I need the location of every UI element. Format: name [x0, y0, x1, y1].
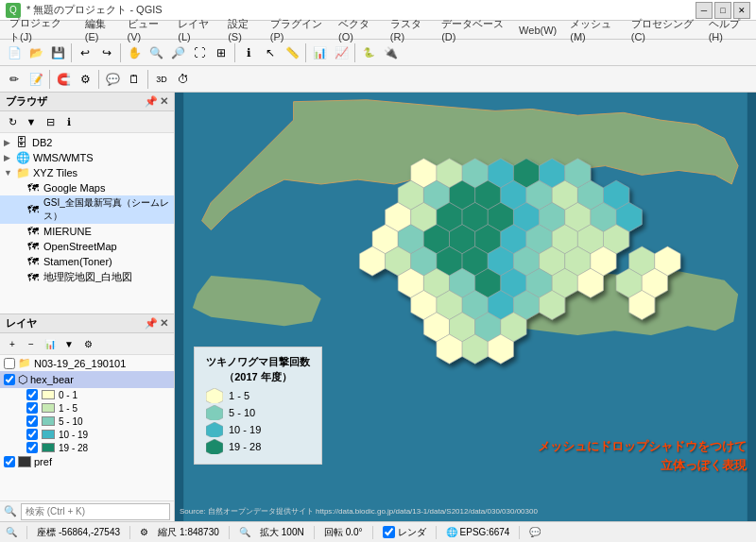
new-project-button[interactable]: 📄	[4, 42, 25, 63]
menu-processing[interactable]: プロセシング(C)	[626, 15, 701, 44]
browser-refresh-button[interactable]: ↻	[4, 113, 21, 130]
temporal-button[interactable]: ⏱	[173, 69, 194, 90]
legend-1-5-checkbox[interactable]	[26, 402, 38, 414]
legend-title: ツキノワグマ目撃回数 （2017 年度）	[206, 355, 310, 384]
digitize-button[interactable]: ✏	[4, 69, 25, 90]
open-attr-button[interactable]: 📊	[42, 335, 59, 352]
open-project-button[interactable]: 📂	[26, 42, 46, 63]
layer-item-pref[interactable]: pref	[0, 454, 174, 469]
toolbar-sep-5	[354, 43, 355, 62]
map-area[interactable]: ツキノワグマ目撃回数 （2017 年度） 1 - 5 5 - 10 10 - 1…	[175, 93, 756, 521]
status-crs[interactable]: 🌐 EPSG:6674	[446, 527, 510, 537]
layer-pref-checkbox[interactable]	[4, 456, 15, 467]
3d-button[interactable]: 3D	[151, 69, 172, 90]
plugins-button[interactable]: 🔌	[380, 42, 401, 63]
select-button[interactable]: ↖	[260, 42, 281, 63]
osm-icon: 🗺	[27, 240, 41, 253]
menu-help[interactable]: ヘルプ(H)	[703, 15, 752, 44]
render-checkbox[interactable]	[383, 526, 395, 538]
layer-n03-label: N03-19_26_190101	[34, 358, 126, 369]
status-render[interactable]: レンダ	[383, 526, 426, 539]
filter-layer-button[interactable]: ▼	[60, 335, 77, 352]
browser-panel-header: ブラウザ 📌 ✕	[0, 93, 174, 111]
layer-hex-bear-checkbox[interactable]	[4, 374, 15, 385]
open-attribute-button[interactable]: 📊	[309, 42, 330, 63]
menu-vector[interactable]: ベクタ(O)	[333, 15, 383, 44]
layer-item-hex-bear[interactable]: ⬡ hex_bear	[0, 371, 174, 388]
legend-label-1-5: 1 - 5	[59, 403, 77, 414]
browser-item-stamen[interactable]: 🗺 Stamen(Toner)	[0, 254, 174, 269]
toolbar2-sep-3	[147, 70, 148, 89]
menu-settings[interactable]: 設定(S)	[222, 15, 263, 44]
menu-raster[interactable]: ラスタ(R)	[385, 15, 434, 44]
browser-item-gsi[interactable]: 🗺 GSI_全国最新写真（シームレス）	[0, 195, 174, 224]
statistics-button[interactable]: 📈	[331, 42, 352, 63]
measure-button[interactable]: 📏	[282, 42, 302, 63]
status-rotation: 回転 0.0°	[324, 526, 363, 539]
browser-item-osm[interactable]: 🗺 OpenStreetMap	[0, 239, 174, 254]
browser-item-wms[interactable]: ▶ 🌐 WMS/WMTS	[0, 150, 174, 165]
menu-plugins[interactable]: プラグイン(P)	[265, 15, 331, 44]
coords-value: -56864,-27543	[59, 527, 120, 537]
save-project-button[interactable]: 💾	[47, 42, 68, 63]
menu-project[interactable]: プロジェクト(J)	[4, 14, 77, 46]
layout-button[interactable]: 🗒	[124, 69, 145, 90]
status-zoom: 拡大 100N	[260, 526, 304, 539]
menu-layer[interactable]: レイヤ(L)	[172, 15, 220, 44]
identify-button[interactable]: ℹ	[238, 42, 259, 63]
edit-button[interactable]: 📝	[26, 69, 46, 90]
layer-n03-checkbox[interactable]	[4, 358, 15, 369]
legend-10-19-checkbox[interactable]	[26, 429, 38, 440]
legend-hex-19-28	[206, 439, 223, 454]
zoom-layer-button[interactable]: ⊞	[211, 42, 232, 63]
pan-button[interactable]: ✋	[124, 42, 145, 63]
layer-pin-icon[interactable]: 📌	[145, 317, 158, 330]
svg-marker-74	[206, 405, 223, 420]
browser-item-chirigiin[interactable]: 🗺 地理院地図_白地図	[0, 269, 174, 285]
zoom-in-button[interactable]: 🔍	[146, 42, 166, 63]
legend-swatch-0-1	[42, 390, 55, 399]
legend-19-28-checkbox[interactable]	[26, 442, 38, 453]
remove-layer-button[interactable]: −	[23, 335, 40, 352]
browser-properties-button[interactable]: ℹ	[60, 113, 77, 130]
browser-filter-button[interactable]: ▼	[23, 113, 40, 130]
layer-close-icon[interactable]: ✕	[160, 317, 168, 330]
undo-button[interactable]: ↩	[75, 42, 95, 63]
legend-entry-5-10: 5 - 10	[206, 405, 310, 420]
annotation-line2: 立体っぽく表現	[538, 456, 747, 475]
browser-item-mierune[interactable]: 🗺 MIERUNE	[0, 224, 174, 239]
advanced-dig-button[interactable]: ⚙	[75, 69, 95, 90]
stamen-icon: 🗺	[27, 255, 41, 268]
add-layer-button[interactable]: +	[4, 335, 21, 352]
legend-0-1-checkbox[interactable]	[26, 389, 38, 400]
snap-button[interactable]: 🧲	[53, 69, 74, 90]
status-search[interactable]: 🔍	[6, 527, 17, 537]
python-button[interactable]: 🐍	[358, 42, 379, 63]
layer-options-button[interactable]: ⚙	[79, 335, 96, 352]
browser-item-xyz[interactable]: ▼ 📁 XYZ Tiles	[0, 165, 174, 180]
browser-tree: ▶ 🗄 DB2 ▶ 🌐 WMS/WMTS ▼ 📁 XYZ Tiles 🗺	[0, 133, 174, 313]
zoom-full-button[interactable]: ⛶	[189, 42, 210, 63]
browser-collapse-button[interactable]: ⊟	[42, 113, 59, 130]
redo-button[interactable]: ↪	[96, 42, 117, 63]
legend-5-10-checkbox[interactable]	[26, 415, 38, 427]
menu-database[interactable]: データベース(D)	[436, 15, 511, 44]
legend-row-5-10: 5 - 10	[0, 415, 174, 428]
menu-mesh[interactable]: メッシュ(M)	[564, 15, 624, 44]
browser-item-google[interactable]: 🗺 Google Maps	[0, 180, 174, 195]
rotation-value: 0.0°	[346, 527, 363, 537]
layer-item-n03[interactable]: 📁 N03-19_26_190101	[0, 355, 174, 371]
menu-web[interactable]: Web(W)	[513, 23, 562, 38]
search-input[interactable]	[21, 503, 170, 520]
legend-hex-1-5	[206, 388, 223, 403]
layer-panel-icons[interactable]: 📌 ✕	[145, 317, 168, 330]
zoom-value: 100N	[282, 527, 304, 537]
browser-panel-icons[interactable]: 📌 ✕	[145, 95, 168, 108]
browser-close-icon[interactable]: ✕	[160, 95, 168, 108]
annotation-button[interactable]: 💬	[102, 69, 123, 90]
menu-edit[interactable]: 編集(E)	[79, 15, 120, 44]
browser-pin-icon[interactable]: 📌	[145, 95, 158, 108]
menu-view[interactable]: ビュー(V)	[122, 15, 171, 44]
browser-item-db2[interactable]: ▶ 🗄 DB2	[0, 135, 174, 150]
zoom-out-button[interactable]: 🔎	[167, 42, 188, 63]
